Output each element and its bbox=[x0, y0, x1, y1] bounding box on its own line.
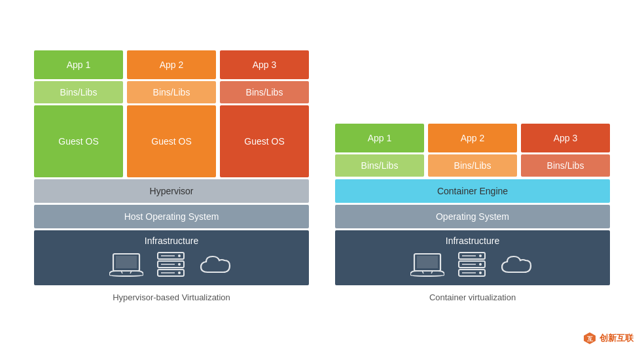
svg-text:互: 互 bbox=[587, 336, 594, 342]
container-infra-icons bbox=[410, 251, 535, 277]
container-infra-label: Infrastructure bbox=[446, 236, 499, 246]
container-infra-layer: Infrastructure bbox=[335, 230, 610, 285]
server-icon bbox=[156, 251, 185, 277]
page-wrapper: App 1 Bins/Libs Guest OS App 2 Bins/Libs… bbox=[0, 0, 644, 352]
vm-container: App 1 Bins/Libs Guest OS App 2 Bins/Libs… bbox=[34, 50, 309, 177]
svg-point-9 bbox=[178, 272, 181, 274]
svg-rect-14 bbox=[417, 256, 438, 268]
container-diagram: App 1 Bins/Libs App 2 Bins/Libs App 3 Bi… bbox=[335, 124, 610, 302]
container-engine-layer: Container Engine bbox=[335, 179, 610, 203]
vm1-guest: Guest OS bbox=[34, 105, 123, 177]
vm1-bins: Bins/Libs bbox=[34, 81, 123, 103]
svg-point-22 bbox=[479, 272, 482, 274]
svg-rect-1 bbox=[116, 256, 137, 268]
cloud-icon bbox=[198, 254, 234, 277]
vm2-guest: Guest OS bbox=[127, 105, 216, 177]
svg-point-7 bbox=[178, 255, 181, 257]
svg-point-20 bbox=[479, 255, 482, 257]
container-apps-container: App 1 Bins/Libs App 2 Bins/Libs App 3 Bi… bbox=[335, 124, 610, 177]
vm3-guest: Guest OS bbox=[220, 105, 309, 177]
svg-point-21 bbox=[479, 263, 482, 266]
vm3-app: App 3 bbox=[220, 50, 309, 79]
hypervisor-label: Hypervisor-based Virtualization bbox=[34, 292, 309, 302]
container-app3: App 3 Bins/Libs bbox=[521, 124, 610, 177]
watermark-icon: 互 bbox=[582, 331, 597, 345]
vm1-app: App 1 bbox=[34, 50, 123, 79]
diagrams-row: App 1 Bins/Libs Guest OS App 2 Bins/Libs… bbox=[8, 50, 636, 302]
vm2-box: App 2 Bins/Libs Guest OS bbox=[127, 50, 216, 177]
hypervisor-infra-label: Infrastructure bbox=[145, 236, 198, 246]
hypervisor-infra-icons bbox=[109, 251, 234, 277]
c-app1-bins: Bins/Libs bbox=[335, 154, 424, 177]
c-app3-bins: Bins/Libs bbox=[521, 154, 610, 177]
c-app2-app: App 2 bbox=[428, 124, 517, 152]
container-os-layer: Operating System bbox=[335, 205, 610, 228]
c-laptop-icon bbox=[410, 253, 444, 277]
hypervisor-diagram: App 1 Bins/Libs Guest OS App 2 Bins/Libs… bbox=[34, 50, 309, 302]
c-cloud-icon bbox=[499, 254, 535, 277]
main-container: App 1 Bins/Libs Guest OS App 2 Bins/Libs… bbox=[8, 50, 636, 302]
host-os-layer: Host Operating System bbox=[34, 205, 309, 228]
watermark-text: 创新互联 bbox=[599, 332, 634, 344]
vm2-bins: Bins/Libs bbox=[127, 81, 216, 103]
c-app3-app: App 3 bbox=[521, 124, 610, 152]
container-app2: App 2 Bins/Libs bbox=[428, 124, 517, 177]
hypervisor-layer: Hypervisor bbox=[34, 179, 309, 203]
c-app1-app: App 1 bbox=[335, 124, 424, 152]
svg-point-8 bbox=[178, 263, 181, 266]
watermark: 互 创新互联 bbox=[582, 331, 634, 345]
container-app1: App 1 Bins/Libs bbox=[335, 124, 424, 177]
vm2-app: App 2 bbox=[127, 50, 216, 79]
container-label: Container virtualization bbox=[335, 292, 610, 302]
c-app2-bins: Bins/Libs bbox=[428, 154, 517, 177]
vm3-bins: Bins/Libs bbox=[220, 81, 309, 103]
c-server-icon bbox=[457, 251, 486, 277]
hypervisor-infra-layer: Infrastructure bbox=[34, 230, 309, 285]
laptop-icon bbox=[109, 253, 143, 277]
vm1-box: App 1 Bins/Libs Guest OS bbox=[34, 50, 123, 177]
vm3-box: App 3 Bins/Libs Guest OS bbox=[220, 50, 309, 177]
